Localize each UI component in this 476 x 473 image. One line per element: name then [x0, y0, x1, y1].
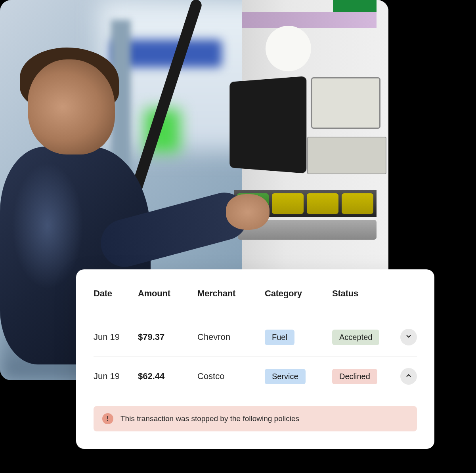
header-status: Status	[332, 288, 397, 299]
cell-amount: $62.44	[138, 371, 197, 381]
cell-merchant: Chevron	[197, 332, 265, 342]
cell-status: Accepted	[332, 330, 397, 345]
table-row[interactable]: Jun 19 $62.44 Costco Service Declined	[94, 357, 417, 396]
category-badge: Fuel	[265, 330, 294, 345]
table-header-row: Date Amount Merchant Category Status	[94, 288, 417, 299]
header-amount: Amount	[138, 288, 197, 299]
status-badge: Accepted	[332, 330, 379, 345]
cell-status: Declined	[332, 369, 397, 384]
table-row[interactable]: Jun 19 $79.37 Chevron Fuel Accepted	[94, 318, 417, 357]
cell-category: Service	[265, 369, 332, 384]
cell-amount: $79.37	[138, 332, 197, 342]
header-merchant: Merchant	[197, 288, 265, 299]
policy-alert-banner: ! This transaction was stopped by the fo…	[94, 406, 417, 431]
cell-category: Fuel	[265, 330, 332, 345]
expand-row-button[interactable]	[400, 329, 417, 345]
header-category: Category	[265, 288, 332, 299]
chevron-down-icon	[405, 333, 412, 341]
cell-date: Jun 19	[94, 332, 138, 342]
cell-date: Jun 19	[94, 371, 138, 381]
chevron-up-icon	[405, 372, 412, 381]
cell-merchant: Costco	[197, 371, 265, 381]
status-badge: Declined	[332, 369, 377, 384]
collapse-row-button[interactable]	[400, 368, 417, 385]
alert-icon: !	[102, 413, 113, 424]
transaction-card: Date Amount Merchant Category Status Jun…	[76, 269, 434, 449]
header-date: Date	[94, 288, 138, 299]
category-badge: Service	[265, 369, 306, 384]
policy-message: This transaction was stopped by the foll…	[120, 414, 299, 423]
